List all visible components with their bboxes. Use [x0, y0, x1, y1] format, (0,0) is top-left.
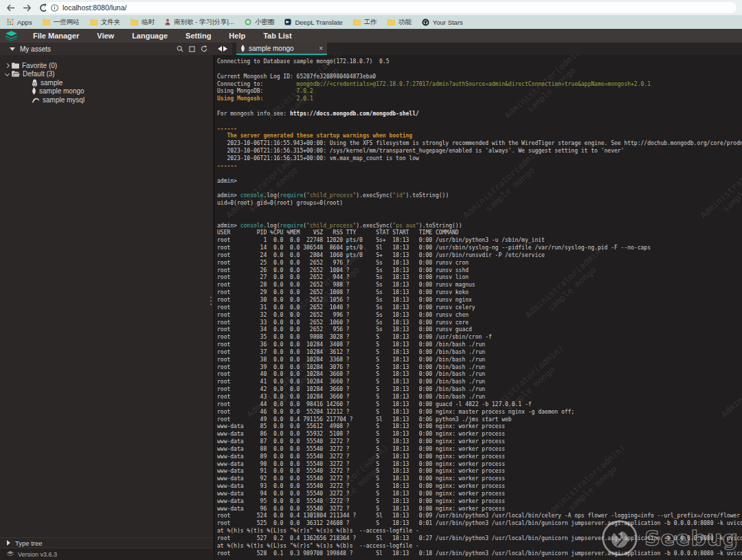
menu-item-tab-list[interactable]: Tab List	[254, 32, 300, 40]
terminal-line: Connecting to: mongodb://<credentials>@1…	[217, 81, 742, 89]
tree-node-label: Favorite (0)	[22, 62, 57, 69]
terminal-line: at %(h)s %(t)s %(L)ss "%(r)s" %(s)s %(b)…	[217, 543, 742, 550]
bookmark-item[interactable]: 小密圈	[245, 18, 275, 27]
url-text: localhost:8080/luna/	[63, 3, 126, 12]
terminal-line	[217, 118, 742, 126]
terminal-line: root 37 0.0 0.0 10284 3612 ? S 18:13 0:0…	[217, 349, 742, 357]
bookmark-item[interactable]: 一些网站	[43, 18, 80, 27]
terminal-line	[217, 66, 742, 74]
info-icon	[51, 4, 58, 12]
terminal-line: root 42 0.0 0.0 10284 3660 ? S 18:13 0:0…	[217, 386, 742, 394]
screen: { "browser": { "url": "localhost:8080/lu…	[0, 0, 742, 560]
terminal-line: www-data 93 0.0 0.0 55540 3272 ? S 18:13…	[217, 483, 742, 491]
terminal-line: root 49 0.0 0.4 791156 217704 ? Sl 18:13…	[217, 416, 742, 424]
bookmark-item[interactable]: 工作	[353, 18, 377, 27]
bookmark-item[interactable]: 南别歌 - 学习|分享|...	[165, 18, 234, 27]
version-bar: Version v3.6.3	[0, 548, 213, 560]
checkbox-icon[interactable]	[189, 46, 195, 52]
menu-item-help[interactable]: Help	[220, 32, 254, 40]
folder-icon	[353, 19, 361, 25]
tree-node-label: sample mysql	[43, 96, 85, 104]
menu-item-file-manager[interactable]: File Manager	[24, 32, 88, 40]
chevron-down-icon[interactable]	[5, 71, 10, 76]
tree-node-default-3-[interactable]: Default (3)	[0, 70, 213, 79]
terminal-line: root 40 0.0 0.0 10284 3660 ? S 18:13 0:0…	[217, 371, 742, 379]
terminal-line: www-data 96 0.0 0.0 55540 3272 ? S 18:13…	[217, 506, 742, 513]
terminal-line: For mongosh info see: https://docs.mongo…	[217, 111, 742, 118]
bookmark-item[interactable]: 临时	[131, 18, 155, 27]
bookmark-label: 南别歌 - 学习|分享|...	[174, 18, 234, 27]
split-toggle-icon[interactable]	[213, 43, 232, 55]
expand-arrow-icon	[7, 540, 10, 546]
person-bookmark-icon	[165, 19, 170, 25]
terminal-line: Connecting to Database sample mongo(172.…	[217, 58, 742, 66]
terminal-line: root 25 0.0 0.0 2652 976 ? Ss 18:13 0:00…	[217, 260, 742, 267]
folder-icon	[387, 19, 395, 25]
browser-toolbar: localhost:8080/luna/	[0, 0, 742, 15]
terminal-line: root 44 0.0 0.0 98416 14260 ? S 18:13 0:…	[217, 401, 742, 409]
terminal-line: ------	[217, 163, 742, 170]
terminal-line: Using MongoDB: 7.0.2	[217, 88, 742, 96]
app-menubar: File ManagerViewLanguageSettingHelpTab L…	[0, 29, 742, 43]
folder-icon	[43, 19, 50, 25]
type-tree-section[interactable]: Type tree	[0, 537, 213, 548]
refresh-icon[interactable]	[201, 45, 207, 52]
terminal-line: The server generated these startup warni…	[217, 133, 742, 140]
bookmark-item[interactable]: DeepL Translate	[284, 19, 342, 26]
bookmark-label: 工作	[364, 18, 377, 27]
bookmark-item[interactable]: 文件夹	[90, 18, 121, 27]
url-bar[interactable]: localhost:8080/luna/	[45, 2, 737, 13]
collapse-arrow-icon	[10, 47, 15, 51]
terminal-line: root 26 0.0 0.0 2652 1004 ? Ss 18:13 0:0…	[217, 267, 742, 275]
terminal-line: root 41 0.0 0.0 10284 3660 ? S 18:13 0:0…	[217, 379, 742, 386]
terminal-line: root 1 0.0 0.0 22748 12020 pts/0 Ss+ 18:…	[217, 237, 742, 245]
tree-node-label: sample mongo	[39, 87, 85, 95]
bookmark-item[interactable]: Apps	[7, 19, 32, 26]
terminal-line: 2023-10-06T21:16:56.315+00:00: vm.max_ma…	[217, 155, 742, 163]
back-icon[interactable]	[4, 1, 16, 14]
bookmark-item[interactable]: 功能	[387, 18, 412, 27]
menu-item-setting[interactable]: Setting	[177, 32, 220, 40]
terminal-output: Connecting to Database sample mongo(172.…	[217, 58, 742, 558]
asset-tree: Favorite (0)Default (3)samplesample mong…	[0, 55, 213, 104]
terminal-line: root 31 0.0 0.0 2652 1040 ? Ss 18:13 0:0…	[217, 304, 742, 312]
type-tree-label: Type tree	[15, 539, 43, 547]
github-icon	[422, 19, 429, 26]
terminal-line	[217, 103, 742, 111]
tree-node-sample-mysql[interactable]: sample mysql	[0, 96, 213, 104]
tab-strip: sample mongo ×	[213, 43, 742, 55]
terminal-line: Current Mongosh Log ID: 65207fe320898040…	[217, 74, 742, 81]
tree-node-favorite-0-[interactable]: Favorite (0)	[0, 61, 213, 70]
assets-panel-header[interactable]: My assets	[0, 43, 213, 55]
terminal-line: www-data 91 0.0 0.0 55540 3272 ? S 18:13…	[217, 468, 742, 475]
bookmark-label: 小密圈	[255, 18, 275, 27]
tab-close-icon[interactable]: ×	[319, 45, 323, 52]
terminal-line: root 32 0.0 0.0 2652 996 ? Ss 18:13 0:00…	[217, 312, 742, 320]
version-label: Version v3.6.3	[18, 551, 57, 558]
terminal-line: root 46 0.0 0.0 55204 12212 ? S 18:13 0:…	[217, 409, 742, 416]
bookmark-label: 一些网站	[54, 18, 80, 27]
apps-grid-icon	[7, 19, 14, 25]
chevron-right-icon[interactable]	[5, 63, 10, 68]
menu-item-view[interactable]: View	[88, 32, 123, 40]
bookmark-label: 临时	[142, 18, 155, 27]
terminal-line	[217, 185, 742, 192]
search-icon[interactable]	[177, 45, 183, 52]
terminal-line: at %(h)s %(t)s %(L)ss "%(r)s" %(s)s %(b)…	[217, 528, 742, 535]
menubar-items: File ManagerViewLanguageSettingHelpTab L…	[24, 32, 301, 40]
terminal-pane[interactable]: Connecting to Database sample mongo(172.…	[214, 55, 742, 560]
tree-node-label: Default (3)	[23, 70, 55, 78]
deepl-icon	[284, 19, 291, 25]
bookmark-item[interactable]: Your Stars	[422, 19, 463, 26]
tree-node-sample[interactable]: sample	[0, 78, 213, 87]
tree-node-sample-mongo[interactable]: sample mongo	[0, 87, 213, 96]
terminal-line: root 14 0.0 0.0 386548 8604 pts/0 Sl 18:…	[217, 245, 742, 252]
menu-item-language[interactable]: Language	[123, 32, 177, 40]
terminal-line: root 36 0.0 0.0 10284 3408 ? S 18:13 0:0…	[217, 341, 742, 349]
folder-icon	[131, 19, 138, 25]
terminal-line: www-data 92 0.0 0.0 55540 3272 ? S 18:13…	[217, 475, 742, 483]
folder-icon	[90, 19, 98, 25]
tab-sample-mongo[interactable]: sample mongo ×	[236, 43, 327, 55]
panel-resize-handle[interactable]	[210, 297, 212, 305]
forward-icon[interactable]	[21, 1, 33, 14]
